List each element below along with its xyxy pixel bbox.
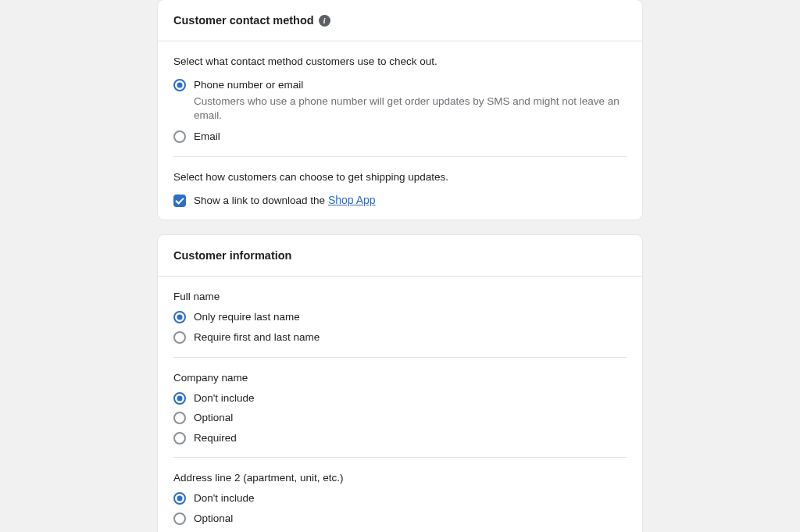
- card-title: Customer contact method: [173, 14, 314, 27]
- customer-contact-method-card: Customer contact method i Select what co…: [158, 0, 642, 220]
- option-label-prefix: Show a link to download the: [194, 195, 328, 206]
- option-content: Show a link to download the Shop App: [194, 194, 627, 208]
- option-label: Optional: [194, 512, 627, 526]
- section-description: Select how customers can choose to get s…: [173, 171, 627, 183]
- card-header: Customer information: [158, 235, 642, 277]
- company-name-group: Company name Don't include Optional Requ…: [158, 358, 642, 458]
- company-required[interactable]: Required: [173, 431, 627, 445]
- full-name-group: Full name Only require last name Require…: [158, 277, 642, 356]
- shipping-shop-app-option[interactable]: Show a link to download the Shop App: [173, 194, 627, 208]
- radio-company-required[interactable]: [173, 432, 186, 445]
- card-title: Customer information: [173, 249, 291, 262]
- field-label: Address line 2 (apartment, unit, etc.): [173, 472, 627, 484]
- field-label: Full name: [173, 291, 627, 302]
- option-content: Email: [194, 130, 627, 144]
- radio-email[interactable]: [173, 130, 186, 143]
- customer-information-card: Customer information Full name Only requ…: [158, 235, 642, 532]
- address2-optional[interactable]: Optional: [173, 512, 627, 526]
- contact-method-section: Select what contact method customers use…: [158, 41, 642, 156]
- option-label: Only require last name: [194, 310, 627, 324]
- option-label: Don't include: [194, 391, 627, 405]
- fullname-only-last[interactable]: Only require last name: [173, 310, 627, 324]
- address-line-2-group: Address line 2 (apartment, unit, etc.) D…: [158, 458, 642, 532]
- contact-option-email[interactable]: Email: [173, 130, 627, 144]
- option-label: Require first and last name: [194, 330, 627, 345]
- radio-first-and-last-name[interactable]: [173, 331, 186, 344]
- radio-phone-or-email[interactable]: [173, 79, 186, 91]
- radio-company-optional[interactable]: [173, 412, 186, 424]
- fullname-first-last[interactable]: Require first and last name: [173, 330, 627, 345]
- option-label: Optional: [194, 411, 627, 425]
- option-label: Don't include: [194, 491, 627, 505]
- checkbox-shop-app[interactable]: [173, 195, 186, 207]
- contact-option-phone-or-email[interactable]: Phone number or email Customers who use …: [173, 78, 627, 123]
- radio-address2-dont-include[interactable]: [173, 492, 186, 505]
- radio-address2-optional[interactable]: [173, 512, 186, 525]
- company-dont-include[interactable]: Don't include: [173, 391, 627, 405]
- option-label: Email: [194, 130, 627, 144]
- radio-only-last-name[interactable]: [173, 311, 186, 323]
- option-subtext: Customers who use a phone number will ge…: [194, 95, 627, 124]
- option-label: Phone number or email: [194, 78, 627, 92]
- option-label: Required: [194, 431, 627, 445]
- field-label: Company name: [173, 372, 627, 384]
- address2-dont-include[interactable]: Don't include: [173, 491, 627, 505]
- company-optional[interactable]: Optional: [173, 411, 627, 425]
- radio-company-dont-include[interactable]: [173, 392, 186, 405]
- card-header: Customer contact method i: [158, 0, 642, 41]
- section-description: Select what contact method customers use…: [173, 55, 627, 67]
- option-content: Phone number or email Customers who use …: [194, 78, 627, 123]
- info-icon[interactable]: i: [319, 15, 330, 27]
- shop-app-link[interactable]: Shop App: [328, 194, 376, 206]
- shipping-updates-section: Select how customers can choose to get s…: [158, 157, 642, 220]
